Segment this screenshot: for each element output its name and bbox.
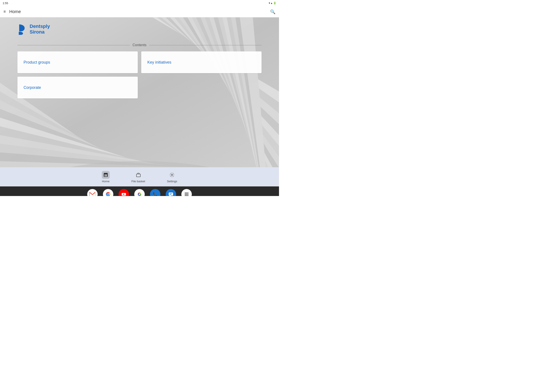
app-youtube[interactable]	[119, 189, 129, 196]
file-basket-icon	[134, 171, 142, 179]
app-chrome[interactable]	[103, 189, 113, 196]
card-label-key-initiatives: Key initiatives	[147, 60, 171, 65]
search-icon[interactable]: 🔍	[270, 9, 276, 14]
nav-label-file-basket: File basket	[131, 180, 145, 183]
card-corporate[interactable]: Corporate	[17, 77, 138, 98]
card-label-corporate: Corporate	[24, 85, 41, 90]
svg-text:📞: 📞	[153, 192, 158, 196]
cards-grid: Product groups Key initiatives Corporate	[17, 51, 262, 98]
status-bar: 1:55 ▾ ▴ 🔋	[0, 0, 279, 6]
contents-header: Contents	[17, 43, 262, 47]
contents-line-left	[17, 45, 130, 45]
top-bar-left: ≡ Home	[3, 9, 21, 14]
top-bar: ≡ Home 🔍	[0, 6, 279, 17]
home-icon	[102, 171, 110, 179]
settings-icon	[168, 171, 176, 179]
android-taskbar: 📞	[0, 187, 279, 196]
dentsply-logo-icon	[17, 24, 27, 35]
logo-container: Dentsply Sirona	[17, 24, 50, 35]
svg-point-40	[171, 174, 173, 176]
bottom-nav: Home File basket Settings	[0, 167, 279, 187]
svg-point-64	[186, 194, 187, 195]
svg-point-63	[185, 194, 186, 195]
card-label-product-groups: Product groups	[24, 60, 50, 65]
status-time: 1:55	[3, 1, 8, 5]
card-product-groups[interactable]: Product groups	[17, 51, 138, 73]
svg-rect-55	[169, 193, 173, 196]
hamburger-icon[interactable]: ≡	[3, 9, 6, 14]
contents-section: Contents Product groups Key initiatives …	[17, 43, 262, 98]
status-icons: ▾ ▴ 🔋	[269, 1, 276, 5]
logo-text: Dentsply Sirona	[30, 24, 50, 35]
svg-rect-39	[136, 174, 140, 177]
page-title: Home	[9, 9, 21, 14]
app-grid[interactable]	[181, 189, 192, 196]
card-key-initiatives[interactable]: Key initiatives	[141, 51, 262, 73]
signal-icon: ▴	[271, 1, 272, 5]
nav-label-home: Home	[102, 180, 110, 183]
logo-line2: Sirona	[30, 29, 50, 35]
svg-rect-37	[105, 176, 105, 176]
nav-item-home[interactable]: Home	[102, 171, 110, 183]
app-photos[interactable]	[134, 189, 145, 196]
main-content: Dentsply Sirona Contents Product groups …	[0, 17, 279, 167]
logo-line1: Dentsply	[30, 24, 50, 29]
svg-rect-35	[105, 174, 105, 175]
app-gmail[interactable]	[87, 189, 98, 196]
contents-label: Contents	[132, 43, 147, 47]
svg-point-60	[185, 193, 186, 194]
app-messages[interactable]	[166, 189, 176, 196]
nav-label-settings: Settings	[167, 180, 177, 183]
battery-icon: 🔋	[273, 1, 276, 5]
svg-rect-38	[106, 176, 107, 176]
svg-point-62	[187, 193, 189, 194]
svg-rect-36	[106, 174, 107, 175]
nav-item-file-basket[interactable]: File basket	[131, 171, 145, 183]
svg-point-65	[187, 194, 189, 195]
svg-point-46	[107, 194, 109, 195]
wifi-icon: ▾	[269, 1, 270, 5]
svg-point-61	[186, 193, 187, 194]
svg-rect-34	[104, 173, 108, 177]
contents-line-right	[149, 45, 262, 45]
app-phone[interactable]: 📞	[150, 189, 160, 196]
svg-point-51	[139, 194, 140, 195]
nav-item-settings[interactable]: Settings	[167, 171, 177, 183]
